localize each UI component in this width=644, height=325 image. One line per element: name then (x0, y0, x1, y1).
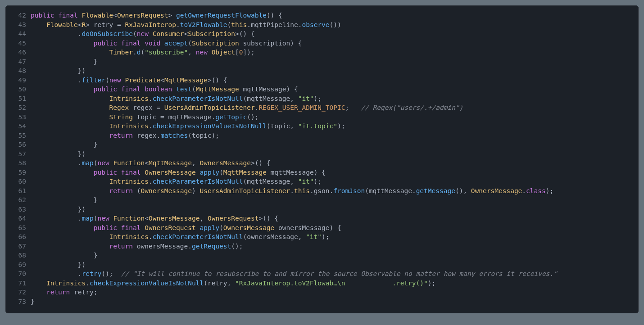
code-line[interactable]: 63 }) (5, 205, 639, 214)
code-line[interactable]: 60 Intrinsics.checkParameterIsNotNull(mq… (5, 177, 639, 186)
line-content[interactable]: return ownersMessage.getRequest(); (31, 242, 639, 251)
token-id: . (31, 215, 82, 222)
code-line[interactable]: 69 }) (5, 260, 639, 270)
code-line[interactable]: 71 Intrinsics.checkExpressionValueIsNotN… (5, 279, 639, 288)
token-type: OwnersMessage (200, 159, 251, 167)
token-fn: checkExpressionValueIsNotNull (90, 280, 204, 287)
line-content[interactable]: .doOnSubscribe(new Consumer<Subscription… (31, 29, 639, 39)
line-content[interactable]: Intrinsics.checkExpressionValueIsNotNull… (31, 122, 639, 131)
token-p: ); (428, 280, 435, 287)
token-type: OwnersRequest (117, 12, 168, 19)
code-line[interactable]: 49 .filter(new Predicate<MqttMessage>() … (5, 76, 639, 85)
token-p: > (168, 12, 176, 19)
code-line[interactable]: 68 } (5, 251, 639, 260)
line-content[interactable]: Intrinsics.checkParameterIsNotNull(mqttM… (31, 94, 639, 104)
token-id (160, 40, 164, 47)
token-id (31, 104, 109, 111)
code-line[interactable]: 54 Intrinsics.checkExpressionValueIsNotN… (5, 122, 639, 131)
line-content[interactable]: Timber.d("subscribe", new Object[0]); (31, 48, 639, 57)
token-id: topic (133, 113, 156, 121)
code-line[interactable]: 47 } (5, 57, 639, 67)
code-line[interactable]: 42public final Flowable<OwnersRequest> g… (5, 11, 639, 20)
line-content[interactable]: } (31, 195, 639, 205)
code-line[interactable]: 52 Regex regex = UsersAdminTopicListener… (5, 103, 639, 113)
line-content[interactable]: } (31, 140, 639, 149)
line-content[interactable]: .map(new Function<OwnersMessage, OwnersR… (31, 214, 639, 223)
line-content[interactable]: } (31, 57, 639, 67)
token-p: ) { (290, 40, 302, 47)
token-id (117, 169, 121, 176)
line-number: 55 (5, 131, 31, 140)
code-line[interactable]: 64 .map(new Function<OwnersMessage, Owne… (5, 214, 639, 223)
code-line[interactable]: 65 public final OwnersRequest apply(Owne… (5, 223, 639, 233)
token-p: ); (314, 95, 322, 102)
token-kw: new (137, 30, 149, 37)
code-line[interactable]: 57 }) (5, 149, 639, 159)
line-number: 72 (5, 288, 31, 297)
code-line[interactable]: 44 .doOnSubscribe(new Consumer<Subscript… (5, 29, 639, 39)
line-content[interactable]: public final Flowable<OwnersRequest> get… (31, 11, 639, 20)
code-line[interactable]: 62 } (5, 195, 639, 205)
line-content[interactable]: } (31, 251, 639, 260)
line-content[interactable]: Intrinsics.checkParameterIsNotNull(owner… (31, 232, 639, 242)
line-content[interactable]: Intrinsics.checkParameterIsNotNull(mqttM… (31, 177, 639, 186)
token-p: (); (231, 243, 243, 250)
code-line[interactable]: 73} (5, 297, 639, 307)
token-kw: new (109, 77, 121, 84)
code-line[interactable]: 58 .map(new Function<MqttMessage, Owners… (5, 158, 639, 168)
token-num: 0 (239, 49, 243, 56)
line-number: 47 (5, 57, 31, 67)
line-number: 50 (5, 85, 31, 94)
line-content[interactable]: }) (31, 149, 639, 159)
line-content[interactable]: Intrinsics.checkExpressionValueIsNotNull… (31, 279, 639, 288)
code-line[interactable]: 50 public final boolean test(MqttMessage… (5, 85, 639, 94)
line-content[interactable]: public final boolean test(MqttMessage mq… (31, 85, 639, 94)
code-line[interactable]: 53 String topic = mqttMessage.getTopic()… (5, 113, 639, 122)
code-line[interactable]: 46 Timber.d("subscribe", new Object[0]); (5, 48, 639, 57)
token-id (31, 169, 94, 176)
token-type: OwnersMessage (471, 187, 522, 194)
token-id: ownersMessage (133, 243, 188, 250)
code-line[interactable]: 48 }) (5, 66, 639, 76)
line-content[interactable]: Flowable<R> retry = RxJavaInterop.toV2Fl… (31, 20, 639, 30)
code-line[interactable]: 67 return ownersMessage.getRequest(); (5, 242, 639, 251)
code-line[interactable]: 55 return regex.matches(topic); (5, 131, 639, 140)
token-str: "subscribe" (145, 49, 188, 56)
line-content[interactable]: }) (31, 260, 639, 270)
code-line[interactable]: 56 } (5, 140, 639, 149)
line-content[interactable]: public final void accept(Subscription su… (31, 39, 639, 48)
line-content[interactable]: public final OwnersMessage apply(MqttMes… (31, 168, 639, 177)
token-type: OwnersMessage (149, 215, 200, 222)
code-line[interactable]: 51 Intrinsics.checkParameterIsNotNull(mq… (5, 94, 639, 104)
line-content[interactable]: }) (31, 66, 639, 76)
line-content[interactable]: String topic = mqttMessage.getTopic(); (31, 113, 639, 122)
line-content[interactable]: .map(new Function<MqttMessage, OwnersMes… (31, 158, 639, 168)
token-p: ( (192, 86, 196, 93)
code-line[interactable]: 45 public final void accept(Subscription… (5, 39, 639, 48)
token-p: ) { (314, 169, 326, 176)
token-p: . (176, 21, 180, 28)
line-content[interactable]: }) (31, 205, 639, 214)
token-p: . (247, 21, 251, 28)
code-block[interactable]: 42public final Flowable<OwnersRequest> g… (5, 11, 639, 306)
token-id (141, 40, 145, 47)
line-content[interactable]: } (31, 297, 639, 307)
line-content[interactable]: public final OwnersRequest apply(OwnersM… (31, 223, 639, 233)
code-line[interactable]: 59 public final OwnersMessage apply(Mqtt… (5, 168, 639, 177)
line-content[interactable]: .filter(new Predicate<MqttMessage>() { (31, 76, 639, 85)
line-content[interactable]: Regex regex = UsersAdminTopicListener.RE… (31, 103, 639, 113)
token-p: (); (247, 113, 259, 121)
code-line[interactable]: 72 return retry; (5, 288, 639, 297)
code-line[interactable]: 70 .retry(); // "It will continue to res… (5, 269, 639, 279)
line-content[interactable]: .retry(); // "It will continue to resubs… (31, 269, 639, 279)
line-content[interactable]: return retry; (31, 288, 639, 297)
token-p: . (188, 243, 192, 250)
code-line[interactable]: 66 Intrinsics.checkParameterIsNotNull(ow… (5, 232, 639, 242)
token-id (121, 77, 125, 84)
code-line[interactable]: 43 Flowable<R> retry = RxJavaInterop.toV… (5, 20, 639, 30)
line-content[interactable]: return (OwnersMessage) UsersAdminTopicLi… (31, 186, 639, 196)
code-line[interactable]: 61 return (OwnersMessage) UsersAdminTopi… (5, 186, 639, 196)
token-kw: final (121, 224, 141, 231)
line-content[interactable]: return regex.matches(topic); (31, 131, 639, 140)
token-type: OwnersRequest (208, 215, 259, 222)
